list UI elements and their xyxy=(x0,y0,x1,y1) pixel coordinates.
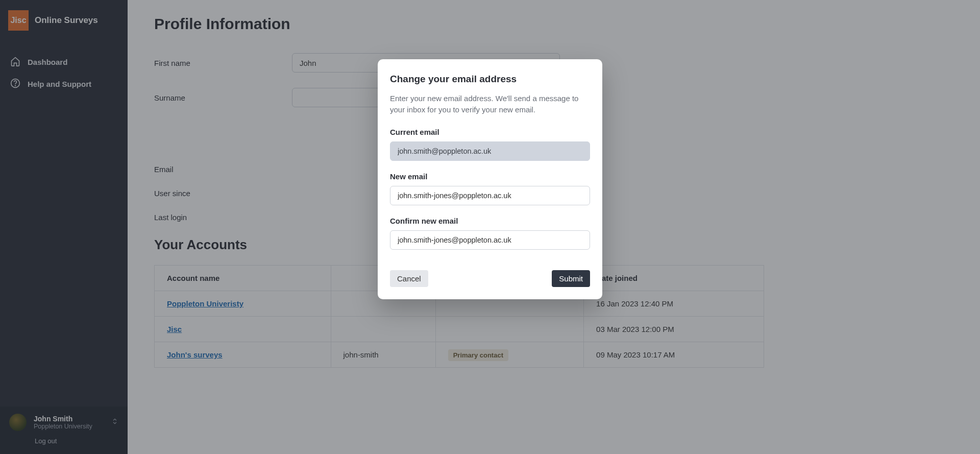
modal-overlay[interactable]: Change your email address Enter your new… xyxy=(0,0,980,454)
confirm-email-label: Confirm new email xyxy=(390,217,590,225)
modal-description: Enter your new email address. We'll send… xyxy=(390,93,590,115)
modal-title: Change your email address xyxy=(390,74,590,85)
submit-button[interactable]: Submit xyxy=(552,270,590,287)
cancel-button[interactable]: Cancel xyxy=(390,270,428,287)
current-email-label: Current email xyxy=(390,128,590,136)
current-email-field xyxy=(390,141,590,161)
new-email-label: New email xyxy=(390,172,590,181)
confirm-email-field[interactable] xyxy=(390,230,590,250)
change-email-modal: Change your email address Enter your new… xyxy=(378,59,602,299)
new-email-field[interactable] xyxy=(390,186,590,205)
